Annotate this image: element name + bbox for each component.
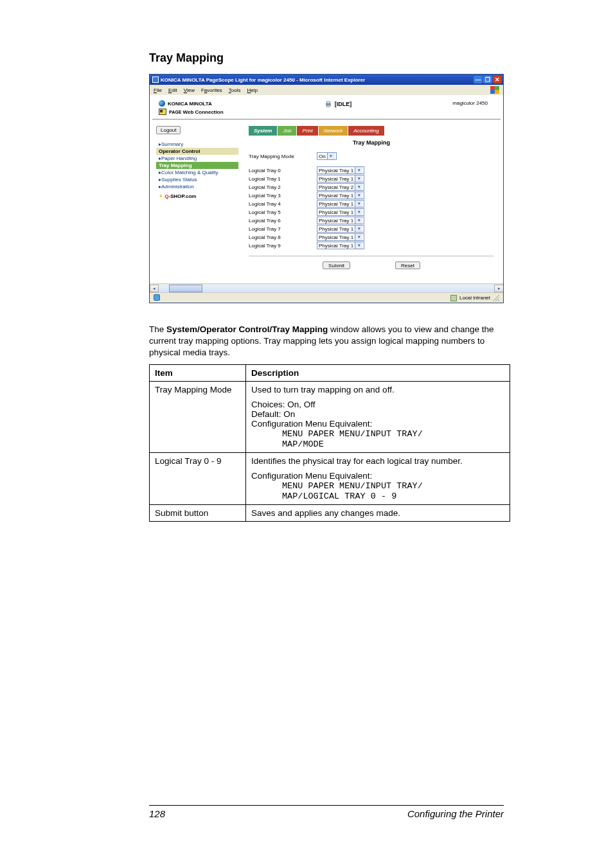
window-titlebar: KONICA MINOLTA PageScope Light for magic… <box>150 75 503 85</box>
scroll-right-button[interactable]: ▸ <box>494 285 503 292</box>
physical-tray-select[interactable]: Physical Tray 1▾ <box>317 233 364 241</box>
browser-window: KONICA MINOLTA PageScope Light for magic… <box>149 74 504 303</box>
sidebar-nav: ▸Summary Operator Control ▸Paper Handlin… <box>156 141 238 200</box>
footer-title: Configuring the Printer <box>407 808 504 819</box>
logical-tray-label: Logical Tray 8 <box>249 235 306 240</box>
physical-tray-select[interactable]: Physical Tray 1▾ <box>317 225 364 233</box>
physical-tray-select[interactable]: Physical Tray 1▾ <box>317 166 364 174</box>
menu-edit[interactable]: Edit <box>168 87 177 93</box>
logical-tray-label: Logical Tray 7 <box>249 226 306 232</box>
page-footer: 128 Configuring the Printer <box>149 805 504 819</box>
th-description: Description <box>246 365 510 382</box>
svg-rect-2 <box>326 105 330 107</box>
page-header: KONICA MINOLTA PAGE Web Connection [IDLE… <box>152 98 501 120</box>
minimize-button[interactable]: — <box>474 76 483 84</box>
brand-secondary: PAGE Web Connection <box>169 109 224 115</box>
logical-tray-label: Logical Tray 0 <box>249 168 306 173</box>
physical-tray-select[interactable]: Physical Tray 1▾ <box>317 200 364 208</box>
logical-tray-label: Logical Tray 2 <box>249 184 306 190</box>
tab-print[interactable]: Print <box>297 126 318 136</box>
chevron-down-icon: ▾ <box>355 226 362 232</box>
local-intranet-icon <box>450 295 457 301</box>
browser-statusbar: Local intranet <box>150 292 503 303</box>
browser-menubar: File Edit View Favorites Tools Help <box>150 85 503 95</box>
chevron-down-icon: ▾ <box>355 234 362 240</box>
maximize-button[interactable]: ❐ <box>483 76 492 84</box>
chevron-down-icon: ▾ <box>327 153 335 159</box>
sidebar-item-summary[interactable]: ▸Summary <box>156 141 238 148</box>
tab-job[interactable]: Job <box>278 126 297 136</box>
logical-tray-label: Logical Tray 3 <box>249 193 306 199</box>
chevron-down-icon: ▾ <box>355 175 362 182</box>
physical-tray-select[interactable]: Physical Tray 1▾ <box>317 175 364 182</box>
sidebar-item-supplies-status[interactable]: ▸Supplies Status <box>156 176 238 183</box>
tab-accounting[interactable]: Accounting <box>348 126 385 136</box>
mode-select[interactable]: On ▾ <box>317 152 337 160</box>
intro-paragraph: The System/Operator Control/Tray Mapping… <box>149 324 510 358</box>
tab-bar: System Job Print Network Accounting <box>249 126 494 136</box>
close-button[interactable]: ✕ <box>493 76 502 84</box>
logout-button[interactable]: Logout <box>156 126 181 134</box>
menu-help[interactable]: Help <box>247 87 258 93</box>
table-row: Tray Mapping Mode Used to turn tray mapp… <box>150 382 510 453</box>
logical-tray-label: Logical Tray 5 <box>249 209 306 215</box>
physical-tray-select[interactable]: Physical Tray 1▾ <box>317 191 364 199</box>
th-item: Item <box>150 365 246 382</box>
logical-tray-label: Logical Tray 4 <box>249 201 306 207</box>
sidebar-item-tray-mapping[interactable]: Tray Mapping <box>156 162 238 169</box>
tab-network[interactable]: Network <box>319 126 348 136</box>
brand-dot-icon <box>159 100 165 107</box>
physical-tray-select[interactable]: Physical Tray 1▾ <box>317 208 364 216</box>
logical-tray-row: Logical Tray 5Physical Tray 1▾ <box>249 208 494 216</box>
printer-icon <box>324 100 332 108</box>
reset-button[interactable]: Reset <box>395 261 420 269</box>
sidebar-item-paper-handling[interactable]: ▸Paper Handling <box>156 155 238 162</box>
scroll-left-button[interactable]: ◂ <box>150 285 159 292</box>
printer-model: magicolor 2450 <box>452 100 488 106</box>
physical-tray-select[interactable]: Physical Tray 1▾ <box>317 242 364 249</box>
logical-tray-row: Logical Tray 0Physical Tray 1▾ <box>249 166 494 174</box>
mode-label: Tray Mapping Mode <box>249 154 306 159</box>
logical-tray-row: Logical Tray 2Physical Tray 2▾ <box>249 183 494 191</box>
logical-tray-row: Logical Tray 6Physical Tray 1▾ <box>249 217 494 224</box>
chevron-down-icon: ▾ <box>355 192 362 199</box>
logical-tray-label: Logical Tray 6 <box>249 218 306 224</box>
menu-file[interactable]: File <box>154 87 162 93</box>
page-number: 128 <box>149 808 165 819</box>
sidebar-item-operator-control[interactable]: Operator Control <box>156 148 238 155</box>
chevron-down-icon: ▾ <box>355 209 362 215</box>
logical-tray-label: Logical Tray 9 <box>249 243 306 249</box>
sidebar-item-color-matching[interactable]: ▸Color Matching & Quality <box>156 169 238 176</box>
chevron-down-icon: ▾ <box>355 184 362 190</box>
logical-tray-label: Logical Tray 1 <box>249 176 306 182</box>
logical-tray-row: Logical Tray 7Physical Tray 1▾ <box>249 225 494 233</box>
chevron-down-icon: ▾ <box>355 167 362 173</box>
zone-label: Local intranet <box>459 295 490 301</box>
brand-primary: KONICA MINOLTA <box>168 101 212 107</box>
horizontal-scrollbar[interactable]: ◂ ▸ <box>150 283 503 292</box>
panel-title: Tray Mapping <box>249 139 494 146</box>
table-row: Submit button Saves and applies any chan… <box>150 505 510 522</box>
menu-tools[interactable]: Tools <box>229 87 241 93</box>
logical-tray-row: Logical Tray 8Physical Tray 1▾ <box>249 233 494 241</box>
physical-tray-select[interactable]: Physical Tray 2▾ <box>317 183 364 191</box>
table-row: Logical Tray 0 - 9 Identifies the physic… <box>150 453 510 505</box>
menu-favorites[interactable]: Favorites <box>201 87 222 93</box>
windows-logo-icon <box>490 86 499 94</box>
menu-view[interactable]: View <box>184 87 195 93</box>
pagescope-icon <box>159 109 166 115</box>
chevron-down-icon: ▾ <box>355 242 362 249</box>
submit-button[interactable]: Submit <box>323 261 350 269</box>
logical-tray-row: Logical Tray 9Physical Tray 1▾ <box>249 242 494 249</box>
ie-icon <box>152 76 159 83</box>
tab-system[interactable]: System <box>249 126 278 136</box>
sidebar-item-qshop[interactable]: ✦ Q-SHOP.com <box>156 193 238 200</box>
done-icon <box>154 294 160 301</box>
star-icon: ✦ <box>159 193 163 199</box>
section-title: Tray Mapping <box>149 51 510 65</box>
physical-tray-select[interactable]: Physical Tray 1▾ <box>317 217 364 224</box>
sidebar-item-administration[interactable]: ▸Administration <box>156 183 238 190</box>
window-title: KONICA MINOLTA PageScope Light for magic… <box>161 77 365 83</box>
resize-grip-icon[interactable] <box>493 295 499 301</box>
scroll-thumb[interactable] <box>169 285 202 292</box>
